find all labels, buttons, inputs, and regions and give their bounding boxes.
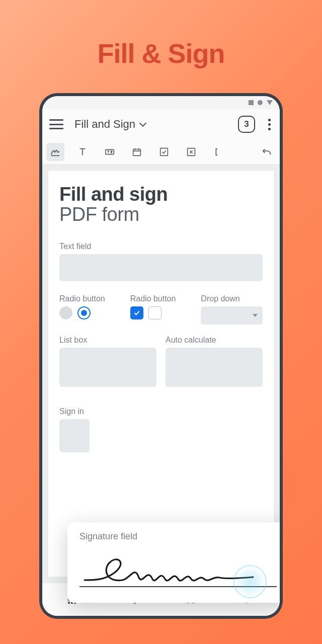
radio1-label: Radio button xyxy=(59,294,121,303)
status-bar xyxy=(42,96,280,109)
signature-label: Signature field xyxy=(79,531,277,542)
listbox-input[interactable] xyxy=(59,348,156,387)
status-square-icon xyxy=(249,100,254,105)
svg-rect-0 xyxy=(106,149,114,154)
dropdown-input[interactable] xyxy=(201,306,263,325)
dropdown-label: Drop down xyxy=(201,294,263,303)
signature-line[interactable] xyxy=(79,548,277,587)
text-field-input[interactable] xyxy=(59,254,263,281)
autocalc-input[interactable] xyxy=(166,348,263,387)
radio-option-2[interactable] xyxy=(77,306,91,319)
svg-rect-1 xyxy=(133,149,141,155)
chevron-down-icon xyxy=(139,120,146,127)
checkbox-on[interactable] xyxy=(130,306,143,319)
document-page: Fill and sign PDF form Text field Radio … xyxy=(48,171,274,577)
signin-label: Sign in xyxy=(59,407,90,416)
radio2-label: Radio button xyxy=(130,294,192,303)
mode-label: Fill and Sign xyxy=(74,118,135,131)
signin-box[interactable] xyxy=(59,419,90,452)
signature-card: Signature field xyxy=(67,522,280,603)
mode-dropdown[interactable]: Fill and Sign xyxy=(74,118,233,131)
tool-xbox[interactable] xyxy=(182,143,200,161)
status-triangle-icon xyxy=(267,100,273,105)
more-button[interactable] xyxy=(266,119,273,130)
app-header: Fill and Sign 3 xyxy=(42,109,280,139)
tool-bracket[interactable] xyxy=(209,143,227,161)
autocalc-label: Auto calculate xyxy=(166,336,263,345)
menu-button[interactable] xyxy=(49,119,63,129)
device-frame: Fill and Sign 3 xyxy=(39,93,283,619)
status-circle-icon xyxy=(258,100,263,105)
tool-textbox[interactable] xyxy=(101,143,119,161)
touch-pulse-icon xyxy=(233,565,267,598)
radio-option-1[interactable] xyxy=(59,306,72,319)
dropdown-caret-icon xyxy=(253,314,258,317)
svg-rect-2 xyxy=(160,148,168,155)
tool-undo[interactable] xyxy=(258,143,276,161)
toolbar xyxy=(42,139,280,165)
device-screen: Fill and Sign 3 xyxy=(42,96,280,616)
page-title-light: PDF form xyxy=(59,205,263,225)
tool-text[interactable] xyxy=(73,143,92,161)
tool-checkbox[interactable] xyxy=(155,143,173,161)
tool-date[interactable] xyxy=(128,143,146,161)
tab-count-button[interactable]: 3 xyxy=(238,116,255,133)
page-title-bold: Fill and sign xyxy=(59,185,263,205)
checkbox-off[interactable] xyxy=(148,306,162,319)
listbox-label: List box xyxy=(59,336,156,345)
tool-signature[interactable] xyxy=(46,143,64,161)
text-field-label: Text field xyxy=(59,242,263,251)
svg-rect-10 xyxy=(68,602,70,604)
hero-title: Fill & Sign xyxy=(0,0,322,69)
content-area: Fill and sign PDF form Text field Radio … xyxy=(42,165,280,583)
